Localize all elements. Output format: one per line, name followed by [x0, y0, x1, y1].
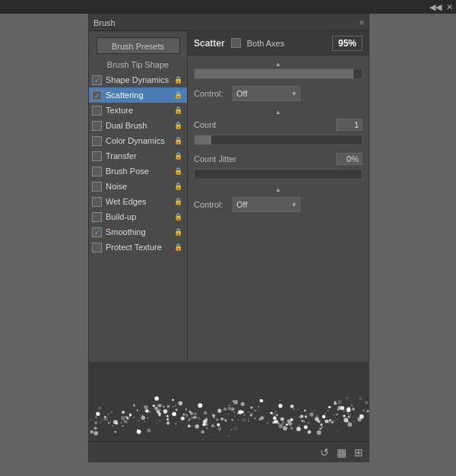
control-row-2-section: ▲ Control: Off Fade Pen Pressure Pen Til… — [188, 183, 369, 215]
scatter-slider-container: ▲ — [188, 56, 369, 83]
collapse-icon[interactable]: ◀◀ — [429, 2, 442, 12]
brush-preview-canvas — [88, 363, 369, 453]
control-select-wrapper-1: Off Fade Pen Pressure Pen Tilt Stylus Wh… — [233, 86, 300, 101]
sidebar-item-transfer[interactable]: Transfer 🔒 — [89, 148, 187, 163]
checkbox-smoothing[interactable] — [92, 227, 102, 237]
checkbox-protect-texture[interactable] — [92, 243, 102, 252]
lock-icon-color-dynamics: 🔒 — [173, 136, 182, 145]
checkbox-wet-edges[interactable] — [92, 197, 102, 207]
sidebar-label-transfer: Transfer — [106, 151, 172, 160]
sidebar-label-color-dynamics: Color Dynamics — [106, 136, 172, 145]
control2-collapse-triangle[interactable]: ▲ — [188, 183, 369, 194]
both-axes-checkbox[interactable] — [231, 38, 241, 48]
sidebar-item-scattering[interactable]: Scattering 🔒 — [89, 87, 187, 103]
lock-icon-texture: 🔒 — [173, 106, 182, 115]
checkbox-color-dynamics[interactable] — [92, 136, 102, 146]
lock-icon-scattering: 🔒 — [173, 90, 182, 100]
lock-icon-brush-pose: 🔒 — [173, 167, 182, 176]
scatter-header: Scatter Both Axes 95% — [188, 31, 369, 56]
count-label: Count — [194, 120, 336, 129]
lock-icon-build-up: 🔒 — [173, 212, 182, 221]
sidebar-label-protect-texture: Protect Texture — [106, 243, 172, 252]
both-axes-label: Both Axes — [247, 39, 285, 48]
lock-icon-transfer: 🔒 — [173, 151, 182, 160]
sidebar-item-color-dynamics[interactable]: Color Dynamics 🔒 — [89, 133, 187, 148]
count-jitter-slider-container — [188, 167, 369, 183]
checkbox-shape-dynamics[interactable] — [92, 75, 102, 85]
sidebar-item-dual-brush[interactable]: Dual Brush 🔒 — [89, 118, 187, 133]
lock-icon-wet-edges: 🔒 — [173, 197, 182, 206]
lock-icon-dual-brush: 🔒 — [173, 121, 182, 130]
scatter-collapse-triangle[interactable]: ▲ — [194, 58, 363, 68]
checkbox-build-up[interactable] — [92, 212, 102, 222]
sidebar-label-wet-edges: Wet Edges — [106, 197, 172, 206]
count-collapse-triangle[interactable]: ▲ — [188, 106, 369, 116]
brush-presets-button[interactable]: Brush Presets — [97, 37, 180, 54]
sidebar-label-texture: Texture — [106, 106, 172, 115]
bottom-bar: ↺ ▦ ⊞ — [88, 441, 369, 462]
sidebar-label-smoothing: Smoothing — [106, 227, 172, 236]
sidebar-item-brush-pose[interactable]: Brush Pose 🔒 — [89, 163, 187, 179]
control-select-1[interactable]: Off Fade Pen Pressure Pen Tilt Stylus Wh… — [233, 86, 300, 101]
lock-icon-shape-dynamics: 🔒 — [173, 75, 182, 84]
sidebar-label-dual-brush: Dual Brush — [106, 121, 172, 130]
count-jitter-value[interactable]: 0% — [336, 153, 363, 165]
count-jitter-slider-track[interactable] — [194, 169, 363, 179]
panel-title: Brush — [93, 18, 116, 27]
count-row: Count 1 — [188, 116, 369, 133]
control-select-2[interactable]: Off Fade Pen Pressure Pen Tilt Stylus Wh… — [233, 197, 300, 212]
control-row-1: Control: Off Fade Pen Pressure Pen Tilt … — [188, 83, 369, 104]
panel-titlebar: Brush ≡ — [89, 14, 369, 31]
count-slider-track[interactable] — [194, 135, 363, 145]
sidebar-label-scattering: Scattering — [106, 90, 172, 100]
count-slider-container — [188, 133, 369, 149]
sidebar-label-shape-dynamics: Shape Dynamics — [106, 75, 172, 84]
reset-icon[interactable]: ↺ — [320, 446, 329, 459]
brush-preview-area — [88, 362, 369, 453]
count-jitter-label: Count Jitter — [194, 154, 336, 163]
sidebar-item-noise[interactable]: Noise 🔒 — [89, 179, 187, 194]
checkbox-dual-brush[interactable] — [92, 121, 102, 131]
count-jitter-row: Count Jitter 0% — [188, 151, 369, 167]
sidebar-item-texture[interactable]: Texture 🔒 — [89, 103, 187, 118]
scatter-slider-fill — [195, 69, 353, 78]
scatter-value[interactable]: 95% — [332, 36, 363, 51]
checkbox-noise[interactable] — [92, 182, 102, 192]
control-label-1: Control: — [194, 89, 228, 98]
lock-icon-protect-texture: 🔒 — [173, 243, 182, 252]
checkbox-scattering[interactable] — [92, 90, 102, 100]
control-label-2: Control: — [194, 200, 228, 209]
sidebar-item-shape-dynamics[interactable]: Shape Dynamics 🔒 — [89, 72, 187, 87]
scatter-title: Scatter — [194, 38, 225, 49]
top-bar: ◀◀ ✕ — [0, 0, 456, 14]
panel-menu-icon[interactable]: ≡ — [359, 18, 364, 27]
brush-tip-shape-label: Brush Tip Shape — [89, 60, 187, 69]
sidebar-item-protect-texture[interactable]: Protect Texture 🔒 — [89, 240, 187, 255]
lock-icon-noise: 🔒 — [173, 182, 182, 191]
scatter-slider-track[interactable] — [194, 68, 363, 79]
count-slider-fill — [195, 135, 211, 144]
checkbox-brush-pose[interactable] — [92, 167, 102, 176]
sidebar-label-noise: Noise — [106, 182, 172, 191]
count-jitter-section: Count Jitter 0% — [188, 151, 369, 183]
control-select-wrapper-2: Off Fade Pen Pressure Pen Tilt Stylus Wh… — [233, 197, 300, 212]
sidebar-item-wet-edges[interactable]: Wet Edges 🔒 — [89, 194, 187, 209]
checkbox-texture[interactable] — [92, 106, 102, 116]
control-row-2: Control: Off Fade Pen Pressure Pen Tilt … — [188, 194, 369, 215]
count-value[interactable]: 1 — [336, 119, 363, 131]
sidebar-label-brush-pose: Brush Pose — [106, 167, 172, 176]
count-section: ▲ Count 1 — [188, 104, 369, 151]
lock-icon-smoothing: 🔒 — [173, 227, 182, 236]
grid-icon[interactable]: ▦ — [337, 446, 347, 459]
sidebar-item-build-up[interactable]: Build-up 🔒 — [89, 209, 187, 224]
sidebar-label-build-up: Build-up — [106, 212, 172, 221]
close-icon[interactable]: ✕ — [446, 2, 453, 12]
checkbox-transfer[interactable] — [92, 151, 102, 161]
sidebar-item-smoothing[interactable]: Smoothing 🔒 — [89, 224, 187, 240]
menu2-icon[interactable]: ⊞ — [354, 446, 363, 459]
